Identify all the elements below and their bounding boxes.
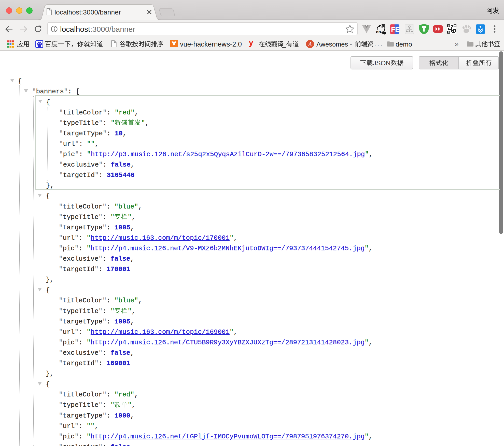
svg-text:A: A [308,41,312,47]
